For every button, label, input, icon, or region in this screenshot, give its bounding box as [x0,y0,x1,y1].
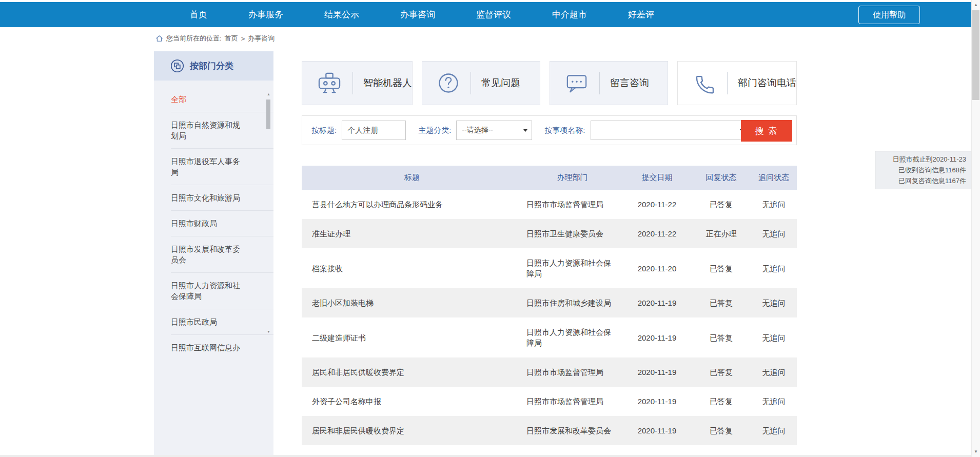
sidebar-item[interactable]: 日照市文化和旅游局 [171,185,273,211]
cell-title[interactable]: 莒县什么地方可以办理商品条形码业务 [302,190,522,219]
column-header: 提交日期 [622,166,692,190]
stats-line-2: 已收到咨询信息1168件 [880,165,966,175]
chevron-down-icon [523,129,527,132]
horizontal-scrollbar[interactable] [0,455,971,457]
cell-department: 日照市人力资源和社会保障局 [522,317,622,357]
cell-follow-status: 无追问 [751,416,797,445]
cell-follow-status: 无追问 [751,219,797,248]
cell-department: 日照市卫生健康委员会 [522,219,622,248]
table-body: 莒县什么地方可以办理商品条形码业务 日照市市场监督管理局 2020-11-22 … [302,190,797,445]
nav-item[interactable]: 首页 [169,2,228,27]
question-icon [438,72,459,94]
cell-follow-status: 无追问 [751,387,797,416]
cell-department: 日照市发展和改革委员会 [522,416,622,445]
robot-icon [318,72,341,94]
sidebar-title: 按部门分类 [190,60,233,72]
cell-follow-status: 无追问 [751,357,797,387]
cell-title[interactable]: 居民和非居民供暖收费界定 [302,357,522,387]
quick-link-label: 部门咨询电话 [738,76,796,90]
cell-department: 日照市市场监督管理局 [522,387,622,416]
cell-reply-status: 已答复 [692,357,751,387]
cell-follow-status: 无追问 [751,190,797,219]
scroll-down-icon[interactable]: ▼ [972,448,980,456]
home-icon [155,35,163,42]
table-row[interactable]: 居民和非居民供暖收费界定 日照市市场监督管理局 2020-11-19 已答复 无… [302,357,797,387]
search-button[interactable]: 搜 索 [741,120,792,142]
table-row[interactable]: 准生证办理 日照市卫生健康委员会 2020-11-22 正在办理 无追问 [302,219,797,248]
quick-link-card[interactable]: 留言咨询 [550,61,668,105]
message-icon [565,73,588,93]
inquiry-table: 标题办理部门提交日期回复状态追问状态 莒县什么地方可以办理商品条形码业务 日照市… [302,166,797,445]
page-scrollbar-thumb[interactable] [972,10,979,100]
page-scrollbar[interactable]: ▲ ▼ [971,0,980,457]
cell-department: 日照市市场监督管理局 [522,190,622,219]
card-divider [471,72,471,94]
breadcrumb: 您当前所在的位置: 首页 > 办事咨询 [155,34,275,43]
quick-link-card[interactable]: 智能机器人 [302,61,413,105]
quick-link-label: 常见问题 [481,76,520,90]
sidebar-item[interactable]: 日照市自然资源和规划局 [171,112,273,149]
cell-follow-status: 无追问 [751,317,797,357]
cell-date: 2020-11-22 [622,219,692,248]
item-select[interactable] [591,121,749,140]
breadcrumb-separator: > [241,35,245,43]
table-row[interactable]: 老旧小区加装电梯 日照市住房和城乡建设局 2020-11-19 已答复 无追问 [302,288,797,317]
sidebar-item[interactable]: 全部 [171,87,273,112]
category-filter-label: 主题分类: [418,126,451,135]
sidebar-list: 全部 日照市自然资源和规划局 日照市退役军人事务局 日照市文化和旅游局 日照市财… [154,87,273,360]
cell-department: 日照市市场监督管理局 [522,357,622,387]
sidebar-scrollbar-thumb[interactable] [266,100,270,129]
table-row[interactable]: 莒县什么地方可以办理商品条形码业务 日照市市场监督管理局 2020-11-22 … [302,190,797,219]
cell-date: 2020-11-19 [622,387,692,416]
sidebar-item[interactable]: 日照市人力资源和社会保障局 [171,273,273,309]
cell-title[interactable]: 老旧小区加装电梯 [302,288,522,317]
cell-title[interactable]: 外资子公司名称申报 [302,387,522,416]
cell-title[interactable]: 居民和非居民供暖收费界定 [302,416,522,445]
item-filter-label: 按事项名称: [544,126,585,135]
sidebar-item[interactable]: 日照市互联网信息办 [171,335,273,360]
nav-item[interactable]: 好差评 [607,2,675,27]
table-row[interactable]: 二级建造师证书 日照市人力资源和社会保障局 2020-11-19 已答复 无追问 [302,317,797,357]
scroll-down-icon[interactable]: ▼ [266,329,271,334]
quick-link-card[interactable]: 常见问题 [422,61,540,105]
table-row[interactable]: 档案接收 日照市人力资源和社会保障局 2020-11-20 已答复 无追问 [302,248,797,288]
cell-reply-status: 已答复 [692,248,751,288]
quick-link-label: 留言咨询 [610,76,649,90]
nav-item[interactable]: 办事服务 [228,2,304,27]
cell-date: 2020-11-22 [622,190,692,219]
cell-reply-status: 已答复 [692,387,751,416]
cell-date: 2020-11-19 [622,357,692,387]
title-filter-label: 按标题: [311,126,337,135]
scroll-up-icon[interactable]: ▲ [266,91,271,97]
column-header: 办理部门 [522,166,622,190]
sidebar-item[interactable]: 日照市民政局 [171,309,273,335]
breadcrumb-home-link[interactable]: 首页 [225,34,238,43]
nav-item[interactable]: 中介超市 [532,2,607,27]
cell-date: 2020-11-19 [622,317,692,357]
quick-link-card[interactable]: 部门咨询电话 [677,61,797,105]
sidebar-item[interactable]: 日照市财政局 [171,211,273,236]
nav-item[interactable]: 结果公示 [304,2,380,27]
cell-reply-status: 已答复 [692,317,751,357]
main-content: 智能机器人 常见问题 留言咨询 部门咨询电话 按标题: 主题分类: --请选择-… [302,61,797,445]
cell-title[interactable]: 二级建造师证书 [302,317,522,357]
cell-follow-status: 无追问 [751,288,797,317]
sidebar-scrollbar[interactable]: ▲ ▼ [266,91,271,334]
card-divider [599,72,600,94]
category-icon [170,59,184,73]
cell-title[interactable]: 档案接收 [302,248,522,288]
sidebar-item[interactable]: 日照市发展和改革委员会 [171,236,273,273]
category-select[interactable]: --请选择-- [456,121,532,140]
scroll-up-icon[interactable]: ▲ [972,1,980,9]
nav-item[interactable]: 办事咨询 [380,2,456,27]
cell-title[interactable]: 准生证办理 [302,219,522,248]
sidebar-item[interactable]: 日照市退役军人事务局 [171,149,273,185]
cell-department: 日照市人力资源和社会保障局 [522,248,622,288]
department-sidebar: 按部门分类 全部 日照市自然资源和规划局 日照市退役军人事务局 日照市文化和旅游… [154,51,273,457]
nav-item[interactable]: 监督评议 [456,2,532,27]
help-button[interactable]: 使用帮助 [858,6,920,24]
title-filter-input[interactable] [342,121,406,140]
table-row[interactable]: 外资子公司名称申报 日照市市场监督管理局 2020-11-19 已答复 无追问 [302,387,797,416]
table-row[interactable]: 居民和非居民供暖收费界定 日照市发展和改革委员会 2020-11-19 已答复 … [302,416,797,445]
cell-date: 2020-11-19 [622,288,692,317]
